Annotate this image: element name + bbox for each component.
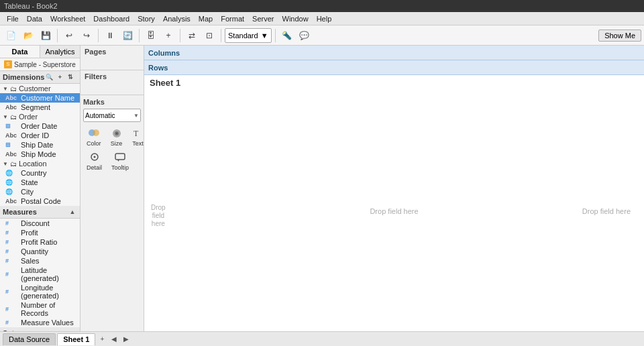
menu-file[interactable]: File [3,15,23,23]
dimension-postal-code[interactable]: Abc Postal Code [0,196,80,206]
marks-icons-row-2: Detail Tooltip [83,150,141,173]
dimension-segment[interactable]: Abc Segment [0,103,80,112]
menu-bar: File Data Worksheet Dashboard Story Anal… [0,12,644,25]
measures-label: Measures [3,208,37,216]
tooltip-label: Tooltip [111,164,129,171]
open-button[interactable]: 📂 [20,27,36,44]
drop-hint-center-text: Drop field here [370,207,418,215]
redo-button[interactable]: ↪ [78,27,95,44]
measure-sales[interactable]: # Sales [0,256,80,266]
marks-type-dropdown[interactable]: Automatic ▼ [83,109,141,122]
save-button[interactable]: 💾 [38,27,54,44]
next-sheet-button[interactable]: ▶ [121,334,131,345]
marks-dropdown-arrow-icon: ▼ [133,113,139,119]
measure-quantity[interactable]: # Quantity [0,247,80,256]
dimension-ship-date[interactable]: ⊞ Ship Date [0,140,80,150]
add-sheet-button[interactable]: + [97,334,107,345]
dimension-city[interactable]: 🌐 City [0,187,80,196]
dimensions-label: Dimensions [3,73,44,81]
drop-hint-right-text: Drop field here [582,207,631,215]
location-group-label: Location [19,160,47,168]
dimension-ship-mode[interactable]: Abc Ship Mode [0,150,80,159]
prev-sheet-button[interactable]: ◀ [109,334,119,345]
show-me-button[interactable]: Show Me [598,30,641,42]
standard-dropdown[interactable]: Standard ▼ [225,28,272,43]
refresh-button[interactable]: 🔄 [119,27,136,44]
highlight-button[interactable]: 🔦 [279,27,295,44]
customer-group-header[interactable]: ▼ 🗂 Customer [0,84,80,93]
marks-tooltip-button[interactable]: Tooltip [108,150,132,173]
type-badge-country: 🌐 [5,170,19,176]
pause-button[interactable]: ⏸ [102,27,118,44]
measure-profit-ratio[interactable]: # Profit Ratio [0,237,80,247]
dimension-customer-name[interactable]: Abc Customer Name [0,93,80,103]
location-group-header[interactable]: ▼ 🗂 Location [0,159,80,168]
sheet-canvas[interactable]: Drop field here Drop field here Drop fie… [144,91,644,331]
section-icons: 🔍 + ⇅ ▲ [44,72,80,82]
dimension-label-customer-name: Customer Name [21,94,74,102]
measure-longitude[interactable]: # Longitude (generated) [0,283,80,300]
tab-analytics[interactable]: Analytics [40,46,80,58]
sort-icon[interactable]: ⇅ [66,72,75,82]
tooltip-button[interactable]: 💬 [297,27,313,44]
svg-rect-8 [115,154,125,160]
dimension-label-ship-date: Ship Date [21,141,53,149]
menu-analysis[interactable]: Analysis [159,15,195,23]
new-button[interactable]: 📄 [3,27,19,44]
menu-story[interactable]: Story [133,15,159,23]
marks-color-button[interactable]: Color [83,126,105,149]
detail-label: Detail [87,164,102,171]
new-sheet-button[interactable]: + [160,27,176,44]
collapse-sets-icon[interactable]: ▲ [68,329,77,331]
marks-detail-button[interactable]: Detail [83,150,105,173]
add-datasource-button[interactable]: 🗄 [143,27,159,44]
measure-measure-values[interactable]: # Measure Values [0,318,80,327]
search-icon[interactable]: 🔍 [44,72,54,82]
collapse-icon[interactable]: ▲ [76,72,80,82]
tab-sheet-1[interactable]: Sheet 1 [57,333,95,345]
order-group-header[interactable]: ▼ 🗂 Order [0,112,80,121]
menu-format[interactable]: Format [217,15,248,23]
rows-shelf[interactable]: Rows [144,60,644,75]
add-dimension-icon[interactable]: + [55,72,64,82]
dimension-order-date[interactable]: ⊞ Order Date [0,121,80,131]
dimension-state[interactable]: 🌐 State [0,178,80,187]
separator-5 [221,29,221,42]
collapse-measures-icon[interactable]: ▲ [68,207,77,217]
dimension-order-id[interactable]: Abc Order ID [0,131,80,140]
separator-2 [98,29,99,42]
text-label: Text [132,140,144,147]
menu-data[interactable]: Data [23,15,46,23]
measure-latitude[interactable]: # Latitude (generated) [0,266,80,283]
menu-server[interactable]: Server [248,15,278,23]
tab-data-source[interactable]: Data Source [3,333,56,345]
menu-map[interactable]: Map [195,15,217,23]
swap-button[interactable]: ⇄ [184,27,200,44]
measure-discount[interactable]: # Discount [0,219,80,228]
type-badge-measure-values: # [5,319,19,326]
dimension-label-country: Country [21,169,47,177]
menu-worksheet[interactable]: Worksheet [46,15,89,23]
menu-dashboard[interactable]: Dashboard [89,15,133,23]
pages-drop-area[interactable] [80,58,144,70]
marks-size-button[interactable]: Size [107,126,126,149]
menu-window[interactable]: Window [278,15,313,23]
fit-button[interactable]: ⊡ [201,27,217,44]
undo-button[interactable]: ↩ [61,27,77,44]
measure-number-records[interactable]: # Number of Records [0,300,80,318]
marks-header: Marks [83,98,141,106]
filters-drop-area[interactable] [80,82,144,95]
sheet1-tab-label: Sheet 1 [63,335,89,343]
dimension-country[interactable]: 🌐 Country [0,168,80,178]
text-icon: T [132,128,144,139]
columns-shelf[interactable]: Columns [144,46,644,60]
svg-point-7 [93,156,95,158]
order-group-label: Order [19,113,38,121]
size-icon [111,128,123,139]
measure-profit[interactable]: # Profit [0,228,80,237]
dimension-label-postal-code: Postal Code [21,197,61,205]
tab-data[interactable]: Data [0,46,40,58]
svg-text:T: T [133,129,139,137]
type-badge-customer-name: Abc [5,95,19,101]
menu-help[interactable]: Help [313,15,336,23]
